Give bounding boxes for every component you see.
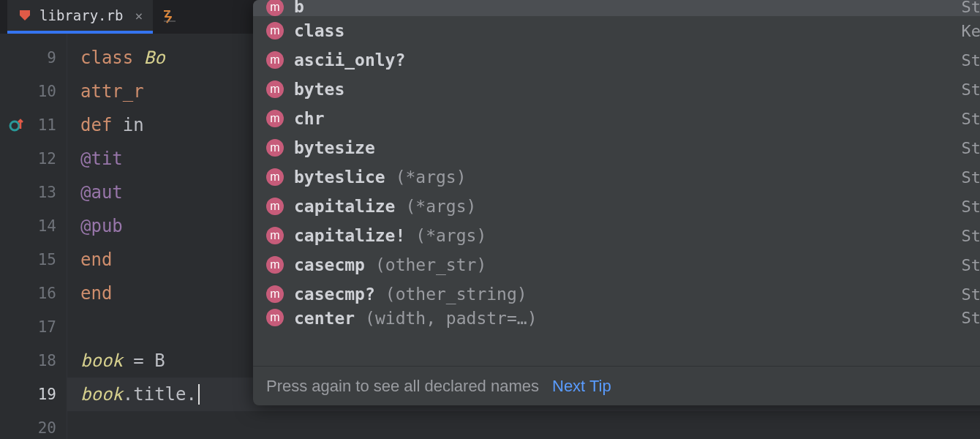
svg-point-1 — [10, 121, 19, 130]
method-icon: m — [266, 80, 284, 98]
gutter-line: 14 — [0, 209, 67, 243]
gutter-line: 16 — [0, 277, 67, 310]
gutter-line: 10 — [0, 75, 67, 108]
completion-item[interactable]: mbString — [253, 0, 980, 16]
completion-name: capitalize! — [294, 226, 405, 245]
gutter-line: 20 — [0, 411, 67, 439]
completion-name: casecmp — [294, 255, 365, 274]
completion-origin: String — [962, 309, 980, 327]
completion-item[interactable]: mbytesizeString — [253, 133, 980, 162]
completion-origin: String — [962, 168, 980, 187]
completion-popup: mbStringmclassKernelmascii_only?Stringmb… — [253, 0, 980, 405]
close-icon[interactable]: × — [135, 8, 143, 23]
completion-item[interactable]: mascii_only?String — [253, 45, 980, 75]
completion-name: class — [294, 21, 344, 40]
method-icon: m — [266, 168, 284, 186]
completion-origin: String — [962, 110, 980, 128]
completion-origin: String — [962, 256, 980, 274]
gutter-line: 9 — [0, 41, 67, 75]
override-up-icon[interactable] — [9, 117, 25, 133]
method-icon: m — [266, 0, 284, 16]
completion-name: capitalize — [294, 197, 395, 216]
editor-tab[interactable]: library.rb × — [7, 0, 153, 34]
gutter: 91011121314151617181920 — [0, 34, 67, 439]
completion-name: bytes — [294, 80, 344, 99]
completion-item[interactable]: mbyteslice(*args)String — [253, 162, 980, 192]
method-icon: m — [266, 22, 284, 40]
tab-dropdown-button[interactable] — [153, 0, 186, 34]
completion-origin: String — [962, 139, 980, 157]
code-line[interactable] — [67, 411, 980, 439]
completion-args: (other_str) — [375, 255, 486, 274]
gutter-line: 12 — [0, 142, 67, 176]
completion-name: b — [294, 0, 304, 16]
tab-filename: library.rb — [39, 7, 123, 23]
gutter-line: 11 — [0, 108, 67, 142]
gutter-line: 18 — [0, 344, 67, 378]
completion-item[interactable]: mcapitalize!(*args)String — [253, 221, 980, 250]
completion-args: (*args) — [396, 168, 467, 187]
gutter-line: 17 — [0, 310, 67, 344]
method-icon: m — [266, 110, 284, 127]
completion-args: (*args) — [415, 226, 486, 245]
completion-hint: Press again to see all declared names — [266, 377, 539, 396]
gutter-line: 19 — [0, 378, 67, 411]
completion-list[interactable]: mbStringmclassKernelmascii_only?Stringmb… — [253, 0, 980, 366]
gutter-line: 15 — [0, 243, 67, 277]
completion-name: bytesize — [294, 138, 375, 157]
completion-origin: Kernel — [962, 22, 980, 40]
method-icon: m — [266, 198, 284, 215]
completion-args: (width, padstr=…) — [365, 309, 537, 328]
completion-item[interactable]: mclassKernel — [253, 16, 980, 45]
completion-origin: String — [962, 285, 980, 304]
completion-name: chr — [294, 109, 325, 128]
completion-name: ascii_only? — [294, 50, 405, 70]
method-icon: m — [266, 51, 284, 69]
next-tip-link[interactable]: Next Tip — [552, 377, 611, 396]
method-icon: m — [266, 309, 284, 326]
method-icon: m — [266, 256, 284, 274]
completion-origin: String — [962, 51, 980, 70]
completion-origin: String — [962, 198, 980, 216]
completion-item[interactable]: mcenter(width, padstr=…)String — [253, 309, 980, 329]
completion-item[interactable]: mbytesString — [253, 75, 980, 104]
editor: 91011121314151617181920 mbStringmclassKe… — [0, 34, 980, 439]
svg-marker-0 — [20, 10, 30, 20]
completion-origin: String — [962, 80, 980, 99]
ruby-file-icon — [18, 8, 32, 23]
completion-item[interactable]: mcasecmp(other_str)String — [253, 250, 980, 279]
completion-origin: String — [962, 227, 980, 245]
completion-origin: String — [962, 0, 980, 16]
completion-args: (other_string) — [385, 285, 527, 304]
code-area[interactable]: mbStringmclassKernelmascii_only?Stringmb… — [67, 34, 980, 439]
completion-item[interactable]: mchrString — [253, 104, 980, 133]
method-icon: m — [266, 139, 284, 157]
method-icon: m — [266, 285, 284, 303]
completion-item[interactable]: mcapitalize(*args)String — [253, 192, 980, 221]
gutter-line: 13 — [0, 176, 67, 209]
completion-args: (*args) — [405, 197, 476, 216]
completion-item[interactable]: mcasecmp?(other_string)String — [253, 279, 980, 309]
completion-name: casecmp? — [294, 285, 375, 304]
completion-footer: Press again to see all declared names Ne… — [253, 366, 980, 405]
completion-name: center — [294, 309, 355, 328]
method-icon: m — [266, 227, 284, 244]
completion-name: byteslice — [294, 168, 385, 187]
